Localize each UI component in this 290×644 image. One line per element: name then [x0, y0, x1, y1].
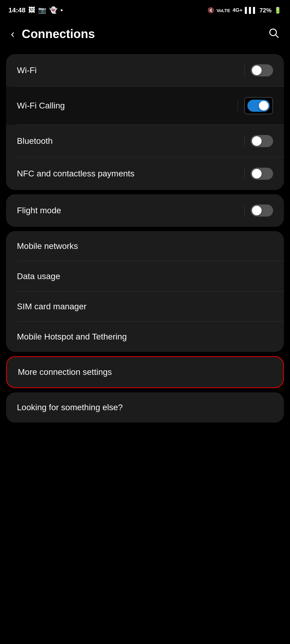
- page-title: Connections: [22, 27, 95, 41]
- wifi-calling-toggle-area: [238, 97, 273, 114]
- nfc-toggle-track: [251, 168, 273, 180]
- mobile-networks-item[interactable]: Mobile networks: [6, 231, 284, 261]
- search-button[interactable]: [268, 27, 279, 41]
- gallery-icon: 🖼: [28, 6, 35, 14]
- sim-card-item[interactable]: SIM card manager: [6, 291, 284, 322]
- nfc-toggle[interactable]: [251, 168, 273, 180]
- flight-mode-item[interactable]: Flight mode: [6, 194, 284, 227]
- bluetooth-item[interactable]: Bluetooth: [6, 125, 284, 157]
- bluetooth-toggle-knob: [252, 136, 262, 146]
- network-card: Mobile networks Data usage SIM card mana…: [6, 231, 284, 352]
- flight-mode-toggle-track: [251, 204, 273, 217]
- battery-percent: 72%: [259, 7, 272, 14]
- flight-mode-toggle-knob: [252, 206, 262, 215]
- bluetooth-toggle[interactable]: [251, 135, 273, 147]
- signal-icon: ▌▌▌: [245, 7, 257, 14]
- network-icon: 4G+: [233, 7, 243, 13]
- wifi-toggle-track: [251, 64, 273, 76]
- bluetooth-label: Bluetooth: [17, 136, 53, 146]
- svg-line-1: [276, 35, 278, 37]
- status-right: 🔇 VoLTE 4G+ ▌▌▌ 72% 🔋: [208, 7, 282, 14]
- wifi-calling-toggle-knob: [259, 101, 269, 111]
- wifi-calling-toggle[interactable]: [247, 100, 270, 112]
- more-connection-item[interactable]: More connection settings: [7, 357, 283, 387]
- looking-card[interactable]: Looking for something else?: [6, 392, 284, 423]
- wifi-toggle-knob: [252, 66, 262, 75]
- wifi-divider: [244, 65, 245, 76]
- wifi-toggle-area: [244, 64, 273, 76]
- hotspot-item[interactable]: Mobile Hotspot and Tethering: [6, 322, 284, 352]
- bluetooth-toggle-area: [244, 135, 273, 147]
- wifi-calling-item[interactable]: Wi-Fi Calling: [6, 87, 284, 125]
- status-left: 14:48 🖼 📷 👻 •: [8, 6, 63, 14]
- nfc-toggle-area: [244, 168, 273, 180]
- bluetooth-divider: [244, 136, 245, 147]
- flight-mode-divider: [244, 205, 245, 216]
- nfc-item[interactable]: NFC and contactless payments: [6, 157, 284, 190]
- sim-card-label: SIM card manager: [17, 302, 86, 311]
- wifi-calling-toggle-track: [247, 100, 270, 112]
- status-bar: 14:48 🖼 📷 👻 • 🔇 VoLTE 4G+ ▌▌▌ 72% 🔋: [0, 0, 290, 18]
- snapchat-icon: 👻: [49, 6, 57, 14]
- connectivity-card: Wi-Fi Wi-Fi Calling Bluetoot: [6, 54, 284, 190]
- flight-mode-toggle[interactable]: [251, 204, 273, 217]
- nfc-toggle-knob: [252, 169, 262, 179]
- battery-icon: 🔋: [274, 7, 282, 14]
- wifi-calling-highlight-box: [244, 97, 273, 114]
- back-button[interactable]: ‹: [11, 29, 14, 40]
- flight-mode-card: Flight mode: [6, 194, 284, 227]
- volte-icon: VoLTE: [217, 8, 230, 13]
- nfc-divider: [244, 168, 245, 179]
- header-left: ‹ Connections: [11, 27, 95, 41]
- instagram-icon: 📷: [38, 6, 46, 14]
- wifi-calling-label: Wi-Fi Calling: [17, 101, 65, 111]
- status-time: 14:48: [8, 6, 25, 14]
- nfc-label: NFC and contactless payments: [17, 169, 134, 179]
- wifi-label: Wi-Fi: [17, 66, 37, 75]
- bluetooth-toggle-track: [251, 135, 273, 147]
- wifi-calling-divider: [238, 100, 238, 111]
- data-usage-label: Data usage: [17, 272, 60, 281]
- mute-icon: 🔇: [208, 7, 214, 14]
- more-connection-card[interactable]: More connection settings: [6, 356, 284, 388]
- flight-mode-label: Flight mode: [17, 206, 61, 215]
- wifi-toggle[interactable]: [251, 64, 273, 76]
- mobile-networks-label: Mobile networks: [17, 241, 78, 251]
- header: ‹ Connections: [0, 18, 290, 50]
- flight-mode-toggle-area: [244, 204, 273, 217]
- data-usage-item[interactable]: Data usage: [6, 261, 284, 291]
- dot-icon: •: [60, 6, 63, 14]
- hotspot-label: Mobile Hotspot and Tethering: [17, 332, 127, 342]
- more-connection-label: More connection settings: [18, 367, 112, 377]
- wifi-item[interactable]: Wi-Fi: [6, 54, 284, 87]
- looking-label: Looking for something else?: [17, 403, 123, 412]
